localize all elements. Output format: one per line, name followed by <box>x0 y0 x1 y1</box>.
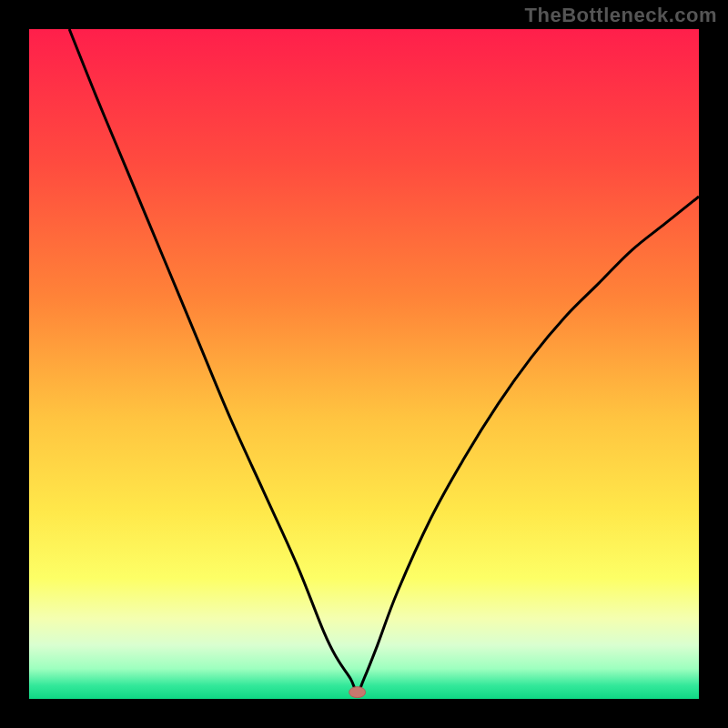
minimum-marker <box>349 687 366 698</box>
plot-area <box>29 29 699 699</box>
chart-frame: TheBottleneck.com <box>0 0 728 728</box>
gradient-background <box>29 29 699 699</box>
bottleneck-chart <box>29 29 699 699</box>
watermark-text: TheBottleneck.com <box>525 4 717 27</box>
